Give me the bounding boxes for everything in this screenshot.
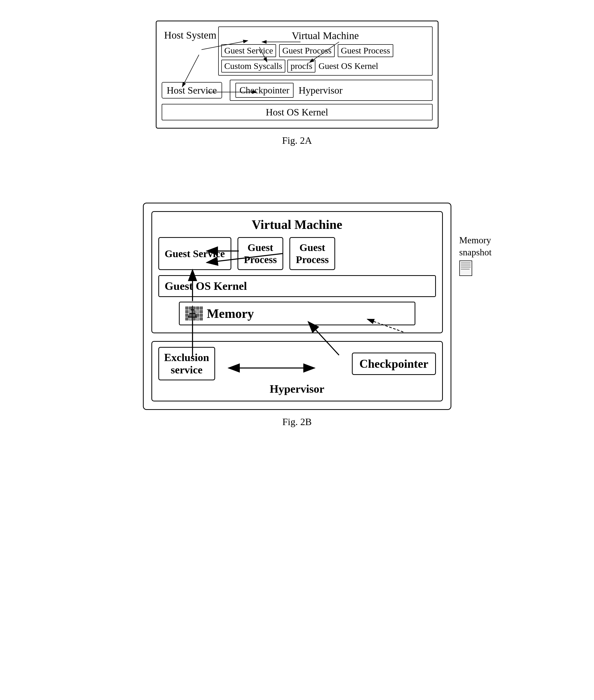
fig2b-caption: Fig. 2B: [143, 416, 451, 427]
fig2b-vm-title: Virtual Machine: [158, 217, 436, 232]
memory-chip-icon: [185, 307, 203, 320]
fig2a-host-service: Host Service: [162, 82, 222, 98]
fig2b-guest-process-1: Guest Process: [237, 237, 283, 270]
fig2b-guest-os-kernel: Guest OS Kernel: [158, 275, 436, 297]
fig2a-guest-service: Guest Service: [221, 44, 276, 57]
fig2b-memory-row: Memory: [179, 301, 416, 325]
fig2a-vm-title: Virtual Machine: [221, 30, 429, 42]
fig2a-guest-os-kernel: Guest OS Kernel: [319, 61, 378, 71]
fig2b-guest-process-2: Guest Process: [289, 237, 335, 270]
fig2a-hypervisor-section: Checkpointer Hypervisor: [230, 80, 433, 101]
fig2a-guest-process-2: Guest Process: [338, 44, 393, 57]
fig2b-memory-snapshot: Memory snapshot: [459, 234, 492, 276]
fig2a-hypervisor: Hypervisor: [299, 85, 342, 96]
fig2a-procfs: procfs: [287, 60, 316, 72]
fig2a-host-os-kernel: Host OS Kernel: [162, 104, 433, 120]
fig2b-exclusion-service: Exclusion service: [158, 347, 215, 380]
fig2a-guest-process-1: Guest Process: [279, 44, 335, 57]
fig2b-hypervisor-box: Exclusion service Checkpointer Hyperviso…: [152, 341, 443, 402]
fig2a-checkpointer: Checkpointer: [235, 83, 294, 98]
fig2b-guest-service: Guest Service: [158, 237, 231, 270]
fig2b-diagram: Virtual Machine Guest Service Guest Proc…: [143, 203, 451, 427]
fig2a-diagram: Host System Virtual Machine: [156, 21, 438, 146]
fig2b-checkpointer: Checkpointer: [352, 353, 436, 375]
fig2a-caption: Fig. 2A: [156, 135, 438, 146]
fig2b-memory-text: Memory: [207, 306, 254, 321]
fig2a-vm-box: Virtual Machine Guest Service Guest Proc…: [218, 27, 433, 75]
fig2b-vm-box: Virtual Machine Guest Service Guest Proc…: [152, 211, 443, 333]
fig2a-custom-syscalls: Custom Syscalls: [221, 60, 286, 72]
host-system-label: Host System: [164, 29, 217, 41]
fig2b-hypervisor-label: Hypervisor: [158, 382, 436, 395]
